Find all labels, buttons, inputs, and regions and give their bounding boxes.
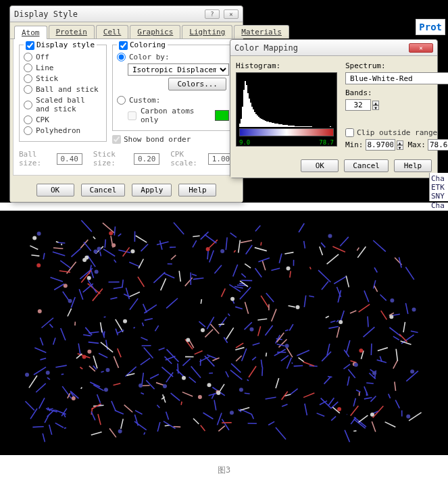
svg-line-127: [110, 298, 117, 299]
bands-up[interactable]: ▲: [372, 101, 379, 105]
stick-size-label: Stick size:: [93, 150, 129, 167]
svg-point-435: [406, 415, 410, 419]
carbon-color-swatch[interactable]: [215, 110, 229, 121]
tab-cell[interactable]: Cell: [96, 25, 129, 38]
display-style-legend: Display style: [36, 41, 95, 49]
svg-line-99: [289, 306, 295, 307]
svg-line-278: [61, 244, 62, 245]
svg-line-229: [358, 415, 368, 423]
svg-line-218: [41, 338, 43, 346]
svg-line-166: [193, 419, 199, 424]
show-bond-order-label: Show bond order: [124, 135, 191, 144]
svg-line-348: [53, 248, 63, 248]
tab-materials[interactable]: Materials: [234, 25, 289, 38]
svg-line-67: [60, 261, 70, 268]
spectrum-select[interactable]: Blue-White-Red: [345, 72, 448, 84]
style-off-radio[interactable]: [24, 53, 32, 61]
style-cpk-radio[interactable]: [24, 115, 32, 124]
style-line-label: Line: [36, 63, 54, 72]
svg-line-241: [114, 260, 116, 263]
clip-range-checkbox[interactable]: [345, 128, 354, 137]
help-button[interactable]: Help: [178, 184, 216, 196]
svg-line-139: [262, 261, 266, 271]
tab-protein[interactable]: Protein: [49, 25, 95, 38]
svg-line-345: [240, 287, 251, 299]
display-style-title: Display Style: [14, 9, 78, 19]
svg-line-43: [134, 421, 147, 430]
min-input[interactable]: [366, 139, 395, 151]
cm-cancel-button[interactable]: Cancel: [344, 159, 389, 172]
svg-line-224: [370, 396, 376, 402]
svg-line-74: [226, 327, 234, 339]
color-by-select[interactable]: Isotropic Displacement: [128, 63, 229, 76]
cm-ok-button[interactable]: OK: [301, 159, 339, 172]
svg-line-317: [126, 288, 129, 299]
color-by-radio[interactable]: [117, 53, 126, 61]
apply-button[interactable]: Apply: [132, 184, 172, 196]
svg-line-321: [101, 322, 102, 332]
stick-size-input[interactable]: [134, 153, 159, 165]
svg-point-445: [82, 258, 86, 262]
svg-line-380: [405, 267, 414, 280]
colors-button[interactable]: Colors...: [168, 78, 226, 90]
svg-line-60: [205, 329, 213, 338]
style-stick-radio[interactable]: [24, 74, 32, 83]
ball-size-input[interactable]: [57, 153, 82, 165]
svg-line-151: [56, 242, 59, 242]
tab-atom[interactable]: Atom: [14, 26, 47, 39]
svg-point-462: [372, 371, 376, 375]
svg-line-130: [62, 386, 71, 398]
svg-line-17: [138, 277, 144, 287]
bands-input[interactable]: [345, 99, 371, 111]
cancel-button[interactable]: Cancel: [81, 184, 126, 196]
display-style-enable-checkbox[interactable]: [26, 41, 34, 50]
svg-line-147: [299, 223, 304, 232]
svg-line-389: [266, 397, 276, 399]
cm-help-button[interactable]: Help: [394, 159, 432, 172]
svg-point-427: [104, 388, 108, 392]
help-window-button[interactable]: ?: [205, 9, 220, 19]
svg-line-287: [68, 309, 72, 317]
tab-graphics[interactable]: Graphics: [130, 25, 180, 38]
clip-range-label: Clip outside range: [357, 128, 437, 137]
show-bond-order-checkbox[interactable]: [112, 135, 121, 144]
svg-line-8: [116, 329, 118, 336]
coloring-enable-checkbox[interactable]: [119, 41, 128, 50]
min-label: Min:: [345, 140, 364, 149]
svg-line-310: [249, 366, 256, 377]
svg-point-463: [207, 383, 211, 387]
tab-lighting[interactable]: Lighting: [182, 25, 232, 38]
style-scaledbs-radio[interactable]: [24, 101, 32, 109]
min-down[interactable]: ▼: [397, 145, 403, 150]
svg-line-387: [142, 373, 143, 385]
color-mapping-title: Color Mapping: [234, 43, 298, 53]
custom-radio[interactable]: [117, 96, 126, 105]
close-window-button[interactable]: ✕: [224, 9, 239, 19]
ok-button[interactable]: OK: [36, 184, 74, 196]
svg-line-394: [266, 293, 274, 302]
carbon-only-checkbox[interactable]: [128, 111, 136, 120]
close-color-mapping-button[interactable]: ✕: [409, 43, 433, 53]
style-ballstick-radio[interactable]: [24, 85, 32, 94]
svg-point-473: [354, 363, 358, 367]
svg-point-441: [87, 276, 91, 280]
svg-line-276: [258, 326, 261, 336]
style-polyhedron-radio[interactable]: [24, 126, 32, 135]
svg-line-391: [209, 250, 214, 263]
svg-line-244: [368, 316, 368, 327]
svg-line-122: [364, 327, 375, 337]
carbon-only-label: Carbon atoms only: [141, 107, 211, 124]
bands-down[interactable]: ▼: [372, 105, 379, 110]
svg-line-315: [171, 255, 176, 260]
svg-line-284: [242, 348, 247, 361]
histogram-display: 9.0 78.7: [236, 72, 337, 147]
svg-line-215: [164, 421, 176, 429]
svg-line-158: [322, 352, 331, 361]
coloring-legend: Coloring: [130, 41, 166, 49]
svg-line-346: [43, 433, 45, 442]
min-up[interactable]: ▲: [397, 140, 403, 145]
svg-line-347: [346, 275, 349, 287]
style-line-radio[interactable]: [24, 63, 32, 72]
max-input[interactable]: [428, 139, 448, 151]
svg-line-123: [364, 290, 369, 302]
